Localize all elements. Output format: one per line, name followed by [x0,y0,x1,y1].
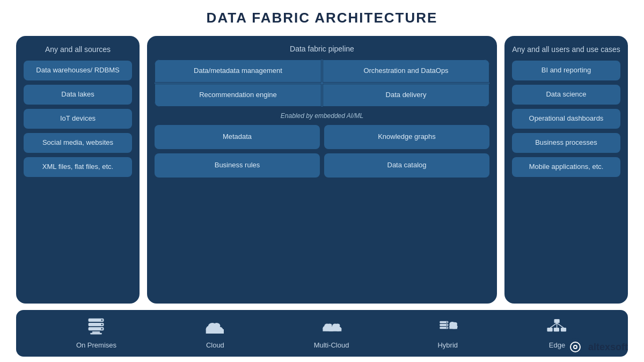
pipeline-cell-recommendation: Recommendation engine [155,84,321,107]
svg-point-28 [447,327,448,328]
svg-point-26 [447,322,448,323]
list-item: IoT devices [24,109,132,129]
bottom-item-multi-cloud: Multi-Cloud [314,317,349,349]
cloud-label: Cloud [206,341,224,349]
svg-point-11 [213,323,220,329]
knowledge-grid: Metadata Knowledge graphs Business rules… [155,125,489,178]
pipeline-cell-orchestration: Orchestration and DataOps [323,60,489,83]
bottom-item-cloud: Cloud [204,317,226,349]
svg-point-27 [447,324,448,326]
bottom-item-edge: Edge [546,317,568,349]
list-item: Data science [512,85,620,105]
svg-point-5 [101,328,103,330]
knowledge-cell-data-catalog: Data catalog [324,153,489,178]
logo-area: altexsoft [567,338,628,356]
middle-panel-title: Data fabric pipeline [155,45,489,53]
list-item: Business processes [512,133,620,153]
list-item: Social media, websites [24,133,132,153]
svg-rect-38 [547,328,553,331]
list-item: BI and reporting [512,61,620,80]
list-item: Data warehouses/ RDBMS [24,61,132,80]
svg-rect-39 [554,328,559,331]
hybrid-icon [437,317,458,337]
knowledge-cell-business-rules: Business rules [155,153,320,178]
svg-line-37 [557,323,564,328]
bottom-item-hybrid: Hybrid [437,317,458,349]
svg-rect-40 [561,328,566,331]
svg-point-4 [101,324,103,326]
middle-panel: Data fabric pipeline Data/metadata manag… [147,36,497,304]
page-title: DATA FABRIC ARCHITECTURE [207,10,438,26]
pipeline-grid: Data/metadata management Orchestration a… [155,60,489,107]
svg-rect-12 [206,329,224,334]
multi-cloud-icon [321,317,342,337]
on-premises-label: On Premises [76,341,116,349]
cloud-icon [204,317,226,337]
logo-icon [567,338,584,356]
pipeline-cell-data-metadata: Data/metadata management [155,60,321,83]
svg-rect-6 [92,331,100,333]
list-item: Mobile applications, etc. [512,157,620,177]
svg-point-32 [452,322,457,326]
knowledge-cell-knowledge-graphs: Knowledge graphs [324,125,489,149]
svg-line-35 [550,323,557,328]
edge-label: Edge [549,341,565,349]
svg-rect-7 [91,333,103,335]
edge-icon [546,317,568,337]
left-panel-title: Any and all sources [24,45,132,54]
svg-rect-33 [450,326,458,329]
knowledge-cell-metadata: Metadata [155,125,320,149]
svg-point-21 [335,323,340,327]
multi-cloud-label: Multi-Cloud [314,341,349,349]
svg-rect-34 [554,319,560,323]
main-content: Any and all sources Data warehouses/ RDB… [16,36,628,304]
list-item: Data lakes [24,85,132,105]
svg-point-16 [327,323,332,327]
hybrid-label: Hybrid [437,341,458,349]
bottom-bar: On Premises Cloud Multi-Cloud [16,310,628,357]
svg-point-43 [574,346,576,348]
svg-rect-22 [331,328,341,331]
left-panel: Any and all sources Data warehouses/ RDB… [16,36,140,304]
right-panel: Any and all users and use cases BI and r… [504,36,628,304]
svg-point-3 [101,320,103,321]
bottom-item-on-premises: On Premises [76,317,116,349]
server-icon [85,317,107,337]
right-panel-title: Any and all users and use cases [512,45,620,54]
ai-label: Enabled by embedded AI/ML [155,111,489,121]
logo-text: altexsoft [588,342,628,353]
list-item: Operational dashboards [512,109,620,129]
list-item: XML files, flat files, etc. [24,157,132,177]
pipeline-cell-delivery: Data delivery [323,84,489,107]
